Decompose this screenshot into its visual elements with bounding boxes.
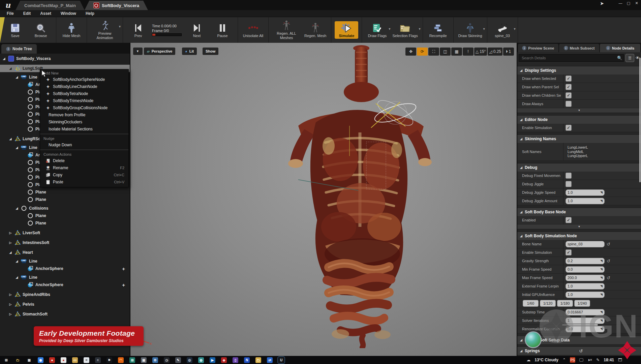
- unisolate-button[interactable]: Unisolate All: [241, 21, 265, 39]
- context-item-paste[interactable]: PasteCtrl+V: [40, 178, 128, 185]
- spinner-icon[interactable]: ◥: [600, 199, 603, 203]
- unreal-editor-icon[interactable]: U: [278, 357, 284, 363]
- expander-arrow-icon[interactable]: ◢: [8, 137, 12, 141]
- twitch-icon[interactable]: ▯: [233, 357, 238, 363]
- spreadsheet-icon[interactable]: ⊞: [129, 357, 135, 363]
- context-item-rename[interactable]: ✱RenameF2: [40, 164, 128, 171]
- expander-arrow-icon[interactable]: ◢: [8, 67, 12, 70]
- lit-button[interactable]: ◕ Lit: [182, 48, 197, 55]
- vpn-icon[interactable]: ⇄: [267, 357, 273, 363]
- expander-arrow-icon[interactable]: ◢: [15, 276, 19, 279]
- tab-node-details[interactable]: iNode Details: [600, 44, 640, 52]
- tab-preview-scene[interactable]: iPreview Scene: [518, 44, 558, 52]
- reset-icon[interactable]: ↺: [579, 348, 583, 354]
- display-icon[interactable]: 🖵: [579, 358, 583, 362]
- tree-node-line[interactable]: ◢LINELine: [0, 274, 130, 281]
- adobe-icon[interactable]: ◆: [221, 357, 227, 363]
- expander-arrow-icon[interactable]: ◢: [15, 207, 19, 210]
- tree-node-liversoft[interactable]: ▷LiverSoft: [0, 229, 130, 237]
- surface-snap-icon[interactable]: ▦: [451, 48, 462, 56]
- spinner-icon[interactable]: ◥: [600, 191, 603, 194]
- steam-icon[interactable]: ◎: [187, 357, 192, 363]
- expander-arrow-icon[interactable]: ◢: [15, 146, 19, 149]
- preset-button-1-120[interactable]: 1/120: [540, 300, 556, 307]
- number-field[interactable]: 1.0◥: [566, 283, 605, 290]
- audio-mixer-icon[interactable]: 🕪: [106, 357, 112, 363]
- menu-file[interactable]: File: [3, 10, 18, 17]
- context-item-softbodytetranode[interactable]: +SoftBodyTetraNode: [40, 90, 128, 97]
- viewport-options-button[interactable]: ▼: [133, 48, 143, 55]
- clock-app-icon[interactable]: ◷: [164, 357, 170, 363]
- reset-icon[interactable]: ↺: [607, 242, 610, 247]
- reset-icon[interactable]: ↺: [607, 275, 610, 280]
- context-item-remove-from-profile[interactable]: Remove from Profile: [40, 111, 128, 118]
- checkbox[interactable]: [566, 173, 572, 179]
- tree-node-plane[interactable]: Plane: [0, 196, 130, 203]
- weather-cloud-icon[interactable]: ☁: [526, 358, 530, 362]
- 3d-viewport[interactable]: ▼ ▱ Perspective ◕ Lit Show ✥⟳⛶◫▦!△15°◿0.…: [130, 43, 517, 356]
- spinner-icon[interactable]: ◥: [600, 319, 603, 322]
- world-icon[interactable]: ◫: [440, 48, 451, 56]
- context-item-softbodyanchorspherenode[interactable]: +SoftBodyAnchorSphereNode: [40, 76, 128, 83]
- number-field[interactable]: 1.0◥: [566, 292, 605, 298]
- file-explorer-icon[interactable]: 🗀: [15, 357, 21, 363]
- photos-icon[interactable]: ▣: [141, 357, 147, 363]
- teams-icon[interactable]: ◍: [198, 357, 204, 363]
- tree-node-spineandribs[interactable]: ▷SpineAndRibs: [0, 291, 130, 298]
- chevron-up-icon[interactable]: ⌃: [562, 358, 566, 362]
- drawflags-button[interactable]: Draw Flags▼: [365, 21, 389, 39]
- tree-node-plane[interactable]: Plane: [0, 188, 130, 196]
- camera-speed-icon[interactable]: 🞂1: [503, 48, 514, 56]
- node-tree-tab[interactable]: i Node Tree: [1, 44, 37, 54]
- section-editor-node[interactable]: ◢Editor Node: [517, 115, 641, 124]
- selflags-button[interactable]: Selection Flags▼: [391, 21, 419, 39]
- context-item-softbodylinechainnode[interactable]: +SoftBodyLineChainNode: [40, 83, 128, 90]
- checkbox[interactable]: ✓: [566, 75, 572, 82]
- spinner-icon[interactable]: ◥: [600, 327, 603, 331]
- context-item-softbodygroupcollisionsnode[interactable]: +SoftBodyGroupCollisionsNode: [40, 104, 128, 111]
- tree-node-anchorsphere[interactable]: AnchorSphere+: [0, 281, 130, 289]
- chevron-down-icon[interactable]: ▼: [418, 27, 421, 31]
- task-view-icon[interactable]: ▣: [26, 357, 32, 363]
- grid-snap-icon[interactable]: !: [463, 48, 474, 56]
- calculator-icon[interactable]: =: [84, 357, 89, 363]
- section-skinning-names[interactable]: ◢Skinning Names: [517, 134, 641, 143]
- add-node-button[interactable]: +: [122, 266, 125, 272]
- display-filter-button[interactable]: ☰: [625, 54, 634, 62]
- tab-softbody-viscera[interactable]: SoftBody_Viscera: [85, 1, 148, 10]
- menu-help[interactable]: Help: [82, 10, 98, 17]
- dev-tools-icon[interactable]: ✎: [175, 357, 181, 363]
- pause-button[interactable]: Pause: [211, 21, 234, 39]
- tree-node-stomachsoft[interactable]: ▷StomachSoft: [0, 310, 130, 318]
- timeline-scrubber[interactable]: [152, 33, 182, 36]
- menu-asset[interactable]: Asset: [36, 10, 55, 17]
- speaker-muted-icon[interactable]: 🕨×: [587, 358, 592, 362]
- firefox-icon[interactable]: ◠: [118, 357, 124, 363]
- media-player-icon[interactable]: ▶: [210, 357, 215, 363]
- tree-node-plane[interactable]: Plane: [0, 212, 130, 219]
- checkbox[interactable]: ✓: [566, 217, 572, 223]
- number-field[interactable]: 0.2◥: [566, 258, 605, 264]
- context-item-delete[interactable]: Delete: [40, 157, 128, 164]
- folder-projects-icon[interactable]: 🗀: [255, 357, 261, 363]
- notes-icon[interactable]: ≡: [95, 357, 101, 363]
- save-button[interactable]: Save: [3, 21, 27, 39]
- angle-snap-icon[interactable]: △15°: [474, 48, 487, 56]
- checkbox[interactable]: [566, 101, 572, 107]
- number-field[interactable]: 1.0◥: [566, 198, 605, 204]
- spinner-icon[interactable]: ◥: [600, 293, 603, 296]
- record-app-icon[interactable]: ●: [61, 357, 66, 363]
- simulate-button[interactable]: Simulate: [335, 21, 358, 39]
- tab-mesh-subsect[interactable]: iMesh Subsect: [559, 44, 600, 52]
- checkbox[interactable]: [566, 181, 572, 187]
- number-field[interactable]: 0.016667◥: [566, 309, 605, 315]
- tree-node-anchorsphere[interactable]: AnchorSphere+: [0, 265, 130, 272]
- minimize-icon[interactable]: —: [618, 1, 623, 5]
- expander-arrow-icon[interactable]: ▷: [8, 312, 12, 316]
- prev-button[interactable]: Prev: [126, 21, 150, 39]
- regenmesh-button[interactable]: Regen. Mesh: [303, 21, 328, 39]
- context-item-isolate-material-sections[interactable]: Isolate Material Sections: [40, 125, 128, 132]
- tree-node-collisions[interactable]: ◢Collisions: [0, 205, 130, 212]
- media-red-icon[interactable]: ●: [49, 357, 55, 363]
- context-item-nudge-down[interactable]: Nudge Down: [40, 141, 128, 148]
